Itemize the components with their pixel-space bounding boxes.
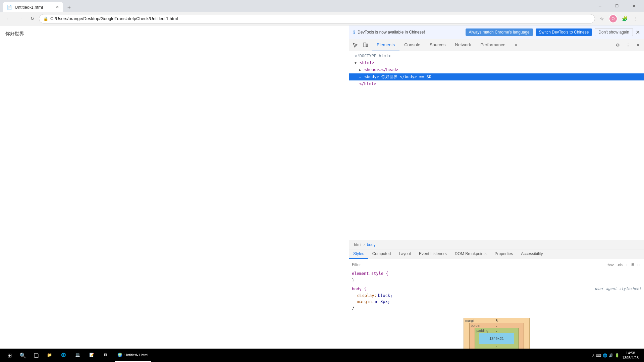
chevron-icon[interactable]: ∧ — [592, 353, 595, 358]
close-button[interactable]: ✕ — [626, 0, 641, 12]
notification-text: DevTools is now available in Chinese! — [358, 30, 463, 35]
css-margin-line: margin: ▶ 8px; — [352, 299, 641, 305]
tab-performance[interactable]: Performance — [476, 39, 510, 51]
hov-button[interactable]: :hov — [605, 262, 615, 267]
browser-tab[interactable]: 📄 Untitled-1.html ✕ — [3, 2, 63, 12]
margin-right-value: - — [524, 336, 529, 341]
taskbar-time-display: 14:58 1395/4/28 — [622, 351, 639, 360]
profile-button[interactable]: O — [608, 13, 619, 24]
css-selector-body: body { user agent stylesheet — [352, 286, 641, 293]
page-text: 你好世界 — [5, 31, 343, 37]
breadcrumb-body[interactable]: body — [365, 242, 378, 248]
html-body-line[interactable]: … <body> 你好世界 </body> == $0 — [349, 73, 644, 80]
tab-dom-breakpoints[interactable]: DOM Breakpoints — [451, 249, 491, 259]
chrome-icon: 🌍 — [117, 353, 122, 357]
tab-elements[interactable]: Elements — [372, 39, 399, 51]
bottom-panel: html › body Styles Computed Layout Event… — [349, 240, 644, 362]
device-toggle-button[interactable] — [361, 41, 370, 50]
css-display-line: display: block; — [352, 293, 641, 299]
taskbar-app-notepad[interactable]: 📝 — [87, 349, 100, 362]
notification-info-icon: ℹ — [353, 29, 355, 35]
padding-bottom-value: - — [475, 344, 518, 349]
back-button[interactable]: ← — [3, 13, 13, 24]
address-text: C:/Users/orange/Desktop/GoogleTranslateI… — [50, 16, 591, 21]
dismiss-notification-button[interactable]: Don't show again — [595, 28, 633, 36]
notification-close-button[interactable]: ✕ — [636, 29, 640, 36]
css-selector-element: element.style { — [352, 270, 641, 277]
taskbar-time: 14:58 — [622, 351, 639, 355]
tab-bar: 📄 Untitled-1.html ✕ + — [3, 0, 592, 12]
tab-computed[interactable]: Computed — [368, 249, 395, 259]
address-bar[interactable]: 🔒 C:/Users/orange/Desktop/GoogleTranslat… — [39, 14, 595, 23]
start-button[interactable]: ⊞ — [3, 349, 16, 362]
inspect-cursor-button[interactable] — [351, 41, 360, 50]
css-source-comment: user agent stylesheet — [595, 286, 641, 293]
page-area: 你好世界 — [0, 25, 349, 362]
css-rule-element-style: element.style { } — [352, 270, 641, 283]
tab-sources[interactable]: Sources — [425, 39, 450, 51]
tab-properties[interactable]: Properties — [491, 249, 517, 259]
css-rule-body-close: } — [352, 305, 641, 311]
reload-button[interactable]: ↻ — [27, 13, 38, 24]
padding-left-value: - — [475, 336, 479, 341]
bookmark-star-button[interactable]: ☆ — [596, 13, 607, 24]
margin-left-value: - — [464, 336, 469, 341]
devtools-close-button[interactable]: ✕ — [633, 41, 643, 50]
tab-accessibility[interactable]: Accessibility — [517, 249, 547, 259]
extensions-button[interactable]: 🧩 — [619, 13, 630, 24]
tab-network[interactable]: Network — [450, 39, 476, 51]
devtools-more-button[interactable]: ⋮ — [623, 41, 633, 50]
notepad-icon: 📝 — [89, 353, 94, 357]
devtools-notification: ℹ DevTools is now available in Chinese! … — [349, 25, 644, 39]
html-doctype-line[interactable]: <!DOCTYPE html> — [349, 53, 644, 59]
devtools-toolbar: Elements Console Sources Network Perform… — [349, 39, 644, 51]
taskbar-date: 1395/4/28 — [622, 355, 639, 360]
tab-console[interactable]: Console — [399, 39, 425, 51]
restore-button[interactable]: ❐ — [609, 0, 625, 12]
content-size: 1349×21 — [489, 337, 504, 341]
tab-layout[interactable]: Layout — [395, 249, 415, 259]
task-view-button[interactable]: ❑ — [30, 349, 43, 362]
add-style-button[interactable]: + — [625, 262, 629, 267]
html-root-line[interactable]: ▼ <html> — [349, 59, 644, 66]
css-close-brace: } — [352, 277, 641, 283]
elements-area: <!DOCTYPE html> ▼ <html> ▶ <head>…</head… — [349, 51, 644, 240]
triangle-icon: ▶ — [359, 67, 361, 73]
devtools-settings-button[interactable]: ⚙ — [613, 41, 623, 50]
tab-styles[interactable]: Styles — [349, 249, 368, 259]
switch-devtools-button[interactable]: Switch DevTools to Chinese — [536, 28, 592, 36]
match-language-button[interactable]: Always match Chrome's language — [466, 28, 533, 36]
explorer-icon: 📁 — [47, 353, 52, 357]
breadcrumb-bar: html › body — [349, 240, 644, 249]
cls-button[interactable]: .cls — [615, 262, 624, 267]
taskbar-app-explorer[interactable]: 📁 — [44, 349, 58, 362]
breadcrumb-html[interactable]: html — [352, 242, 364, 248]
new-tab-button[interactable]: + — [64, 3, 74, 12]
toggle-layout-button[interactable]: ⊞ — [630, 262, 636, 267]
profile-avatar: O — [609, 14, 618, 23]
triangle-icon: … — [359, 74, 361, 80]
taskbar-apps: 📁 🌐 💻 📝 🖥 🌍 Untitled-1.html — [44, 349, 592, 362]
taskbar-app-edge[interactable]: 🌐 — [58, 349, 72, 362]
forward-button[interactable]: → — [15, 13, 25, 24]
styles-content: :hov .cls + ⊞ □ element.style { — [349, 259, 644, 315]
html-head-line[interactable]: ▶ <head>…</head> — [349, 66, 644, 73]
taskbar-app-chrome[interactable]: 🌍 Untitled-1.html — [115, 349, 151, 362]
search-button[interactable]: 🔍 — [16, 349, 30, 362]
tab-more[interactable]: » — [510, 39, 522, 51]
tab-close-button[interactable]: ✕ — [56, 5, 59, 9]
tab-event-listeners[interactable]: Event Listeners — [415, 249, 451, 259]
style-tabs: Styles Computed Layout Event Listeners D… — [349, 249, 644, 259]
html-html-close-line[interactable]: </html> — [349, 80, 644, 87]
border-left-value: - — [470, 336, 475, 341]
taskbar-app-terminal[interactable]: 💻 — [72, 349, 86, 362]
svg-rect-1 — [366, 44, 368, 47]
styles-filter-input[interactable] — [352, 262, 604, 267]
taskbar-app-vscode[interactable]: 🖥 — [101, 349, 114, 362]
padding-label: padding — [476, 329, 488, 333]
settings-button[interactable]: ⋮ — [631, 13, 641, 24]
main-content: 你好世界 ℹ DevTools is now available in Chin… — [0, 25, 644, 362]
computed-sidebar-button[interactable]: □ — [636, 262, 641, 267]
nav-actions: ☆ O 🧩 ⋮ — [596, 13, 641, 24]
minimize-button[interactable]: ─ — [592, 0, 608, 12]
